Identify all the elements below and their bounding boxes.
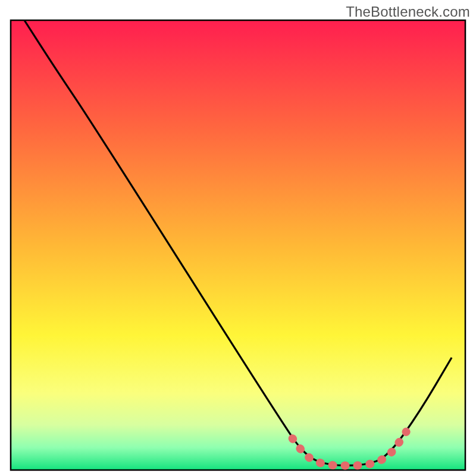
chart-stage: TheBottleneck.com — [0, 0, 476, 476]
plot-background — [11, 20, 465, 470]
bottleneck-chart — [0, 0, 476, 476]
